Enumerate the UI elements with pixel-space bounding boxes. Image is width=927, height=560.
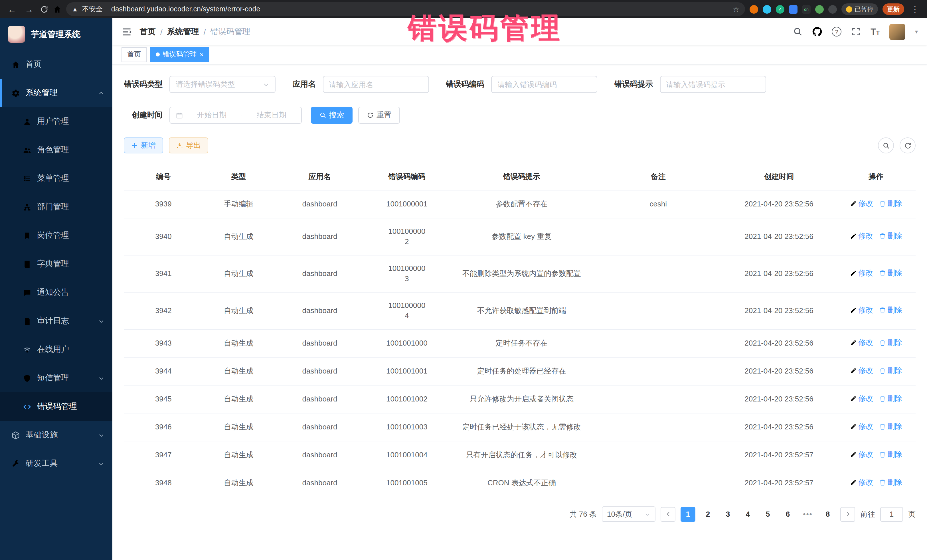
delete-link[interactable]: 删除 — [879, 231, 902, 241]
edit-link[interactable]: 修改 — [850, 393, 873, 404]
filter-label: 应用名 — [293, 79, 316, 90]
edit-link[interactable]: 修改 — [850, 199, 873, 209]
sidebar-item-home[interactable]: 首页 — [0, 50, 112, 79]
page-number[interactable]: 5 — [760, 507, 775, 522]
breadcrumb-home[interactable]: 首页 — [140, 27, 156, 37]
page-number[interactable]: 1 — [681, 507, 695, 522]
sidebar-item-announcements[interactable]: 通知公告 — [0, 278, 112, 307]
cell-code: 1001001001 — [365, 357, 448, 385]
table-row: 3947 自动生成 dashboard 1001001004 只有开启状态的任务… — [124, 441, 916, 469]
help-icon[interactable]: ? — [832, 27, 842, 36]
page-number[interactable]: 3 — [720, 507, 736, 522]
filter-label: 错误码提示 — [614, 79, 653, 90]
more-menu-icon[interactable]: ⋮ — [909, 4, 921, 14]
sidebar-item-dev-tools[interactable]: 研发工具 — [0, 449, 112, 478]
sidebar-item-system[interactable]: 系统管理 — [0, 79, 112, 107]
sidebar-item-positions[interactable]: 岗位管理 — [0, 221, 112, 250]
extension-icon[interactable] — [828, 5, 837, 14]
edit-link[interactable]: 修改 — [850, 422, 873, 432]
delete-link[interactable]: 删除 — [879, 477, 902, 487]
col-id: 编号 — [124, 164, 203, 190]
update-button[interactable]: 更新 — [883, 3, 904, 15]
bookmark-star-icon[interactable]: ☆ — [733, 5, 739, 14]
collapse-sidebar-icon[interactable] — [122, 27, 132, 37]
goto-page-input[interactable] — [880, 507, 903, 522]
page-number[interactable]: 2 — [701, 507, 715, 522]
edit-link[interactable]: 修改 — [850, 231, 873, 241]
extension-icon[interactable] — [815, 5, 824, 14]
edit-link[interactable]: 修改 — [850, 477, 873, 487]
page-size-select[interactable]: 10条/页 — [602, 506, 655, 522]
date-range-picker[interactable]: 开始日期 - 结束日期 — [169, 107, 302, 124]
search-button[interactable]: 搜索 — [311, 107, 353, 124]
extension-icon[interactable]: ✓ — [776, 5, 784, 14]
search-icon[interactable] — [793, 27, 802, 36]
cell-remark — [595, 441, 722, 469]
close-tab-icon[interactable]: × — [200, 51, 204, 58]
error-hint-input[interactable] — [666, 80, 760, 89]
next-page-button[interactable] — [840, 507, 855, 522]
extension-icon[interactable] — [789, 5, 798, 14]
sidebar-item-dictionary[interactable]: 字典管理 — [0, 250, 112, 278]
back-icon[interactable]: ← — [6, 4, 18, 14]
refresh-table-button[interactable] — [900, 137, 916, 153]
main-area: 首页 / 系统管理 / 错误码管理 ? TT ▾ — [112, 18, 927, 560]
sidebar-item-roles[interactable]: 角色管理 — [0, 136, 112, 164]
breadcrumb-system[interactable]: 系统管理 — [167, 27, 199, 37]
delete-link[interactable]: 删除 — [879, 449, 902, 460]
export-button[interactable]: 导出 — [169, 137, 208, 153]
delete-link[interactable]: 删除 — [879, 199, 902, 209]
sidebar-item-audit-log[interactable]: 审计日志 — [0, 307, 112, 335]
prev-page-button[interactable] — [661, 507, 675, 522]
page-number[interactable]: 6 — [780, 507, 795, 522]
sidebar-item-online-users[interactable]: 在线用户 — [0, 335, 112, 364]
sidebar-item-departments[interactable]: 部门管理 — [0, 193, 112, 221]
fullscreen-icon[interactable] — [851, 27, 861, 36]
edit-link[interactable]: 修改 — [850, 449, 873, 460]
delete-link[interactable]: 删除 — [879, 268, 902, 278]
start-date-placeholder: 开始日期 — [188, 110, 236, 120]
add-button[interactable]: 新增 — [124, 137, 163, 153]
avatar-caret-icon[interactable]: ▾ — [915, 29, 918, 35]
edit-link[interactable]: 修改 — [850, 268, 873, 278]
sidebar-item-users[interactable]: 用户管理 — [0, 107, 112, 136]
extension-on-badge[interactable]: on — [802, 5, 811, 14]
delete-link[interactable]: 删除 — [879, 366, 902, 376]
edit-link[interactable]: 修改 — [850, 338, 873, 348]
more-pages-icon[interactable]: ••• — [800, 507, 815, 522]
edit-link[interactable]: 修改 — [850, 305, 873, 316]
extension-icon[interactable] — [749, 5, 758, 14]
app-logo-row[interactable]: 芋道管理系统 — [0, 18, 112, 50]
edit-link[interactable]: 修改 — [850, 366, 873, 376]
sidebar-item-menus[interactable]: 菜单管理 — [0, 164, 112, 193]
error-type-select[interactable]: 请选择错误码类型 — [169, 76, 275, 93]
address-bar[interactable]: ▲ 不安全 dashboard.yudao.iocoder.cn/system/… — [66, 2, 745, 16]
search-icon — [319, 112, 326, 118]
sidebar-item-infrastructure[interactable]: 基础设施 — [0, 421, 112, 449]
reset-button[interactable]: 重置 — [358, 107, 400, 124]
tab-error-codes[interactable]: 错误码管理 × — [150, 47, 209, 62]
user-avatar[interactable] — [889, 24, 905, 39]
forward-icon[interactable]: → — [23, 4, 35, 14]
url-text[interactable]: dashboard.yudao.iocoder.cn/system/error-… — [111, 5, 729, 13]
chevron-down-icon — [644, 511, 650, 517]
paused-badge[interactable]: 已暂停 — [842, 3, 878, 15]
page-number[interactable]: 8 — [820, 507, 835, 522]
sidebar-item-sms[interactable]: 短信管理 — [0, 364, 112, 392]
page-number[interactable]: 4 — [740, 507, 755, 522]
delete-link[interactable]: 删除 — [879, 305, 902, 316]
sidebar-item-error-codes[interactable]: 错误码管理 — [0, 392, 112, 421]
error-code-input[interactable] — [497, 80, 591, 89]
font-size-icon[interactable]: TT — [871, 27, 880, 37]
tab-home[interactable]: 首页 — [122, 47, 147, 62]
reload-icon[interactable] — [40, 5, 49, 14]
delete-link[interactable]: 删除 — [879, 422, 902, 432]
paused-label: 已暂停 — [854, 5, 873, 14]
delete-link[interactable]: 删除 — [879, 338, 902, 348]
app-name-input[interactable] — [329, 80, 422, 89]
extension-icon[interactable] — [763, 5, 771, 14]
github-icon[interactable] — [812, 27, 822, 36]
delete-link[interactable]: 删除 — [879, 393, 902, 404]
browser-home-icon[interactable] — [53, 5, 62, 14]
show-search-button[interactable] — [878, 137, 894, 153]
